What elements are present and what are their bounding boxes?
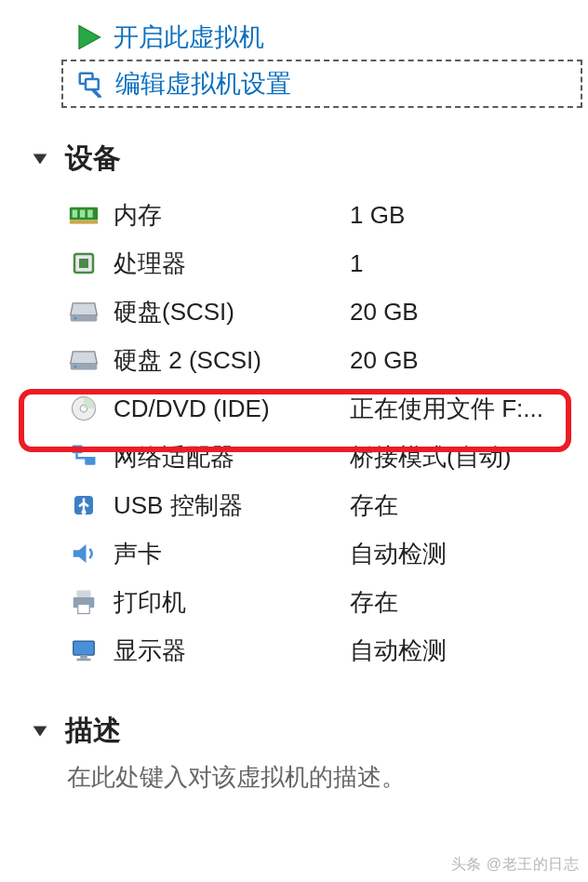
description-placeholder[interactable]: 在此处键入对该虚拟机的描述。	[67, 761, 579, 794]
devices-section: 设备 内存 1 GB 处理器 1 硬盘(SCSI	[28, 140, 579, 675]
device-label: 声卡	[114, 538, 337, 570]
hdd-icon	[67, 295, 100, 328]
device-row-display[interactable]: 显示器 自动检测	[28, 626, 579, 675]
power-on-vm-link[interactable]: 开启此虚拟机	[65, 17, 579, 58]
svg-rect-5	[73, 210, 78, 218]
device-label: USB 控制器	[114, 489, 337, 522]
svg-rect-24	[74, 641, 95, 655]
hdd-icon	[67, 343, 100, 377]
svg-rect-17	[73, 446, 83, 454]
power-on-label: 开启此虚拟机	[114, 20, 264, 54]
device-value: 20 GB	[350, 298, 419, 327]
svg-rect-26	[77, 659, 91, 662]
device-label: 硬盘(SCSI)	[114, 296, 337, 328]
edit-settings-focus-outline: 编辑虚拟机设置	[61, 60, 582, 108]
device-value: 自动检测	[350, 635, 447, 667]
svg-point-20	[82, 510, 87, 514]
description-section-header[interactable]: 描述	[28, 712, 579, 750]
device-label: 打印机	[114, 586, 337, 619]
cpu-icon	[67, 247, 100, 280]
device-row-usb[interactable]: USB 控制器 存在	[28, 481, 579, 529]
device-value: 1	[350, 249, 363, 278]
sound-icon	[67, 537, 100, 570]
device-row-cpu[interactable]: 处理器 1	[28, 239, 579, 287]
device-label: 硬盘 2 (SCSI)	[114, 344, 337, 377]
device-row-hdd-1[interactable]: 硬盘(SCSI) 20 GB	[28, 287, 579, 336]
svg-point-14	[74, 366, 77, 368]
chevron-down-icon	[28, 721, 52, 742]
device-label: 处理器	[114, 247, 337, 280]
device-value: 存在	[350, 586, 398, 619]
svg-marker-3	[33, 154, 47, 164]
chevron-down-icon	[28, 149, 52, 169]
device-row-hdd-2[interactable]: 硬盘 2 (SCSI) 20 GB	[28, 336, 579, 384]
wrench-icon	[74, 68, 106, 100]
device-list: 内存 1 GB 处理器 1 硬盘(SCSI) 20 GB	[28, 191, 579, 675]
svg-rect-21	[77, 591, 91, 598]
device-row-printer[interactable]: 打印机 存在	[28, 578, 579, 626]
svg-rect-10	[79, 259, 88, 268]
svg-marker-27	[33, 726, 47, 736]
svg-point-12	[74, 317, 77, 320]
svg-rect-23	[78, 605, 90, 614]
device-value: 自动检测	[350, 538, 447, 570]
device-value: 1 GB	[350, 201, 405, 230]
memory-icon	[67, 198, 100, 232]
devices-section-header[interactable]: 设备	[28, 140, 579, 178]
device-value: 存在	[350, 489, 398, 522]
description-title: 描述	[65, 712, 121, 750]
play-icon	[73, 21, 104, 53]
description-section: 描述 在此处键入对该虚拟机的描述。	[28, 712, 579, 794]
svg-rect-7	[87, 210, 93, 218]
device-row-sound[interactable]: 声卡 自动检测	[28, 529, 579, 578]
device-label: 网络适配器	[114, 441, 337, 474]
svg-marker-0	[79, 26, 100, 49]
device-row-cddvd[interactable]: CD/DVD (IDE) 正在使用文件 F:...	[28, 384, 579, 433]
usb-icon	[67, 488, 100, 522]
vm-summary-panel: 开启此虚拟机 编辑虚拟机设置 设备	[0, 0, 588, 803]
svg-rect-6	[80, 210, 86, 218]
device-label: CD/DVD (IDE)	[114, 394, 337, 423]
network-icon	[67, 440, 100, 474]
svg-rect-25	[80, 655, 87, 659]
device-label: 显示器	[114, 635, 337, 667]
svg-rect-2	[86, 79, 99, 89]
printer-icon	[67, 585, 100, 619]
device-label: 内存	[114, 199, 337, 232]
svg-rect-8	[70, 220, 98, 224]
devices-title: 设备	[65, 140, 121, 178]
edit-settings-label: 编辑虚拟机设置	[115, 67, 291, 100]
device-value: 正在使用文件 F:...	[350, 393, 543, 425]
device-value: 20 GB	[350, 346, 419, 375]
device-value: 桥接模式(自动)	[350, 441, 511, 474]
watermark-text: 头条 @老王的日志	[451, 855, 579, 875]
device-row-network[interactable]: 网络适配器 桥接模式(自动)	[28, 433, 579, 481]
edit-vm-settings-link[interactable]: 编辑虚拟机设置	[67, 63, 579, 104]
device-row-memory[interactable]: 内存 1 GB	[28, 191, 579, 239]
display-icon	[67, 634, 100, 667]
cddvd-icon	[67, 392, 100, 425]
